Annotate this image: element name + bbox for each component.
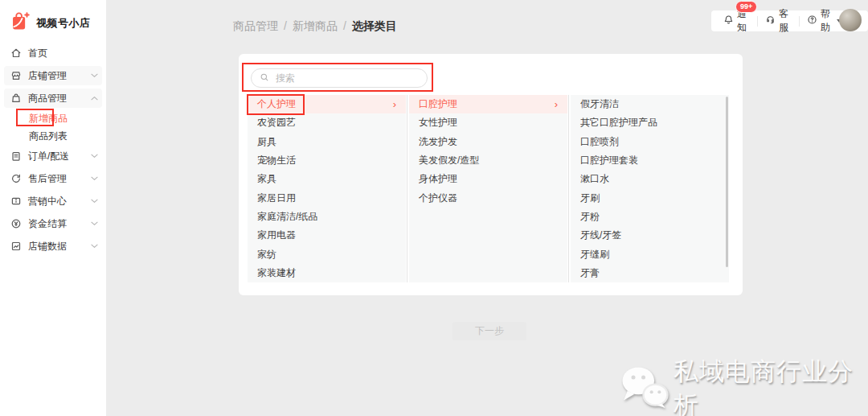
app-window: 视频号小店 首页店铺管理商品管理新增商品商品列表订单/配送售后管理营销中心资金结… bbox=[0, 0, 868, 416]
category-item[interactable]: 假牙清洁 bbox=[571, 95, 729, 113]
category-item[interactable]: 漱口水 bbox=[571, 170, 729, 188]
category-item[interactable]: 牙线/牙签 bbox=[571, 226, 729, 245]
sidebar-item-marketing-center[interactable]: 营销中心 bbox=[0, 190, 106, 212]
category-item[interactable]: 厨具 bbox=[248, 133, 406, 151]
category-item[interactable]: 口腔护理› bbox=[409, 95, 567, 113]
category-item[interactable]: 家庭清洁/纸品 bbox=[248, 208, 406, 226]
notification-badge: 99+ bbox=[735, 1, 757, 13]
breadcrumb: 商品管理/新增商品/选择类目 bbox=[233, 19, 397, 34]
search-icon bbox=[260, 71, 269, 85]
category-item[interactable]: 牙膏 bbox=[571, 264, 729, 282]
category-item-label: 家具 bbox=[257, 172, 276, 186]
category-item[interactable]: 宠物生活 bbox=[248, 151, 406, 170]
notification-button[interactable]: 通知 99+ bbox=[716, 7, 757, 35]
category-item-label: 假牙清洁 bbox=[580, 97, 619, 111]
watermark: 私域电商行业分析 bbox=[620, 355, 868, 416]
next-step-button[interactable]: 下一步 bbox=[452, 322, 526, 340]
category-item[interactable]: 家具 bbox=[248, 170, 406, 188]
category-item-label: 家庭清洁/纸品 bbox=[257, 210, 317, 224]
sidebar-item-after-sales[interactable]: 售后管理 bbox=[0, 167, 106, 190]
chevron-up-icon bbox=[91, 96, 98, 101]
app-title: 视频号小店 bbox=[36, 16, 91, 31]
bell-icon bbox=[723, 14, 734, 27]
category-item[interactable]: 牙缝刷 bbox=[571, 245, 729, 263]
watermark-text: 私域电商行业分析 bbox=[674, 355, 868, 416]
customer-service-button[interactable]: 客服 bbox=[758, 7, 799, 35]
search-input[interactable] bbox=[274, 72, 419, 84]
funds-icon bbox=[10, 218, 22, 229]
sidebar: 视频号小店 首页店铺管理商品管理新增商品商品列表订单/配送售后管理营销中心资金结… bbox=[0, 0, 106, 416]
category-item[interactable]: 个护仪器 bbox=[409, 188, 567, 207]
category-item-label: 口腔护理套装 bbox=[580, 154, 638, 167]
category-item-label: 厨具 bbox=[257, 135, 276, 149]
breadcrumb-separator: / bbox=[284, 19, 287, 32]
sidebar-item-home[interactable]: 首页 bbox=[0, 42, 106, 64]
category-item-label: 牙膏 bbox=[580, 266, 600, 280]
category-column-level-3: 假牙清洁其它口腔护理产品口腔喷剂口腔护理套装漱口水牙刷牙粉牙线/牙签牙缝刷牙膏 bbox=[571, 95, 729, 282]
category-item[interactable]: 口腔护理套装 bbox=[571, 151, 729, 170]
sidebar-item-product-management[interactable]: 商品管理 bbox=[0, 87, 106, 109]
breadcrumb-separator: / bbox=[343, 19, 346, 32]
category-item[interactable]: 牙刷 bbox=[571, 188, 729, 207]
category-item-label: 漱口水 bbox=[580, 172, 609, 186]
breadcrumb-product-management[interactable]: 商品管理 bbox=[233, 19, 278, 32]
category-item[interactable]: 身体护理 bbox=[409, 170, 567, 188]
category-item[interactable]: 农资园艺 bbox=[248, 113, 406, 132]
category-item-label: 个人护理 bbox=[257, 97, 296, 111]
search-box[interactable] bbox=[251, 68, 428, 88]
sidebar-item-label: 新增商品 bbox=[29, 112, 68, 126]
sidebar-item-shop-data[interactable]: 店铺数据 bbox=[0, 235, 106, 257]
app-logo: 视频号小店 bbox=[9, 10, 91, 35]
category-item[interactable]: 家用电器 bbox=[248, 226, 406, 245]
category-item-label: 口腔喷剂 bbox=[580, 135, 619, 149]
sidebar-item-add-product[interactable]: 新增商品 bbox=[0, 109, 106, 127]
category-item[interactable]: 口腔喷剂 bbox=[571, 133, 729, 151]
sidebar-item-product-list[interactable]: 商品列表 bbox=[0, 127, 106, 145]
category-item[interactable]: 家纺 bbox=[248, 245, 406, 263]
chevron-down-icon bbox=[91, 73, 98, 78]
chevron-right-icon: › bbox=[555, 99, 558, 109]
goods-icon bbox=[10, 93, 22, 104]
sidebar-item-label: 订单/配送 bbox=[28, 150, 69, 163]
sidebar-item-label: 资金结算 bbox=[28, 217, 67, 231]
chevron-down-icon bbox=[91, 244, 98, 249]
sidebar-item-label: 营销中心 bbox=[28, 195, 67, 208]
chevron-down-icon bbox=[91, 199, 98, 204]
sidebar-item-label: 售后管理 bbox=[28, 172, 67, 186]
chevron-down-icon bbox=[91, 176, 98, 181]
customer-service-label: 客服 bbox=[779, 7, 792, 35]
home-icon bbox=[10, 47, 22, 59]
category-item-label: 洗发护发 bbox=[419, 135, 457, 149]
sidebar-item-label: 店铺数据 bbox=[28, 240, 67, 253]
category-column-level-2: 口腔护理›女性护理洗发护发美发假发/造型身体护理个护仪器 bbox=[409, 95, 567, 282]
sidebar-item-funds-settlement[interactable]: 资金结算 bbox=[0, 212, 106, 235]
category-item[interactable]: 家居日用 bbox=[248, 188, 406, 207]
sidebar-item-label: 商品列表 bbox=[29, 130, 68, 143]
column-scrollbar[interactable] bbox=[726, 97, 728, 267]
store-icon bbox=[10, 70, 22, 81]
category-item[interactable]: 牙粉 bbox=[571, 208, 729, 226]
user-avatar[interactable] bbox=[839, 9, 862, 31]
category-item[interactable]: 美发假发/造型 bbox=[409, 151, 567, 170]
sidebar-item-shop-management[interactable]: 店铺管理 bbox=[0, 64, 106, 87]
chevron-down-icon bbox=[91, 221, 98, 226]
category-item-label: 口腔护理 bbox=[419, 97, 457, 111]
aftersale-icon bbox=[10, 173, 22, 184]
breadcrumb-add-product[interactable]: 新增商品 bbox=[293, 19, 338, 32]
wechat-icon bbox=[620, 365, 669, 412]
category-item[interactable]: 个人护理› bbox=[248, 95, 406, 113]
help-label: 帮助 bbox=[821, 7, 832, 35]
category-item[interactable]: 其它口腔护理产品 bbox=[571, 113, 729, 132]
sidebar-item-orders-delivery[interactable]: 订单/配送 bbox=[0, 145, 106, 167]
category-item[interactable]: 家装建材 bbox=[248, 264, 406, 282]
sidebar-item-label: 店铺管理 bbox=[28, 69, 67, 83]
sidebar-nav: 首页店铺管理商品管理新增商品商品列表订单/配送售后管理营销中心资金结算店铺数据 bbox=[0, 42, 106, 257]
sidebar-item-label: 首页 bbox=[28, 47, 47, 60]
shop-bag-icon bbox=[9, 10, 31, 35]
category-item[interactable]: 洗发护发 bbox=[409, 133, 567, 151]
data-icon bbox=[10, 241, 22, 252]
category-item-label: 女性护理 bbox=[419, 116, 457, 130]
chevron-down-icon bbox=[91, 154, 98, 159]
category-picker-card: 个人护理›农资园艺厨具宠物生活家具家居日用家庭清洁/纸品家用电器家纺家装建材口腔… bbox=[239, 54, 743, 295]
category-item[interactable]: 女性护理 bbox=[409, 113, 567, 132]
